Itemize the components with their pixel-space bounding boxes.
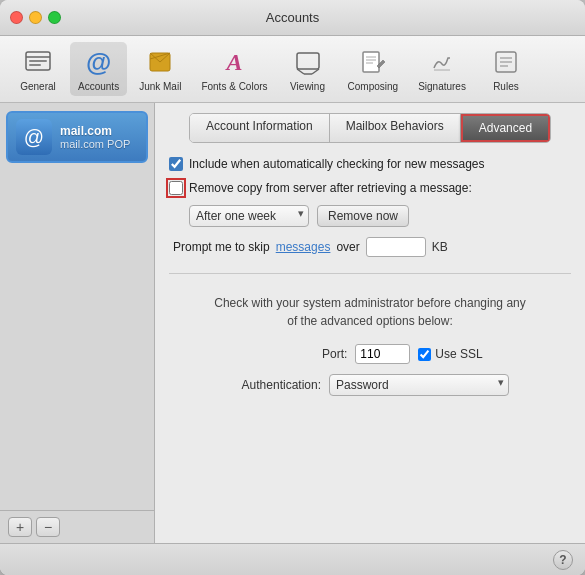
include-auto-check-label: Include when automatically checking for … [189, 157, 485, 171]
svg-rect-8 [297, 53, 319, 69]
tab-bar: Account Information Mailbox Behaviors Ad… [189, 113, 551, 143]
main-window: Accounts General @ Accounts [0, 0, 585, 575]
toolbar-junk-mail-label: Junk Mail [139, 81, 181, 92]
remove-account-button[interactable]: − [36, 517, 60, 537]
fonts-colors-icon: A [218, 46, 250, 78]
general-icon [22, 46, 54, 78]
toolbar-viewing-label: Viewing [290, 81, 325, 92]
composing-icon [357, 46, 389, 78]
auth-label: Authentication: [231, 378, 321, 392]
ssl-label: Use SSL [435, 347, 482, 361]
admin-notice: Check with your system administrator bef… [169, 290, 571, 334]
svg-rect-12 [363, 52, 379, 72]
svg-rect-2 [29, 60, 47, 62]
prompt-label: Prompt me to skip [173, 240, 270, 254]
admin-line2: of the advanced options below: [287, 314, 452, 328]
admin-line1: Check with your system administrator bef… [214, 296, 525, 310]
help-button[interactable]: ? [553, 550, 573, 570]
auth-select[interactable]: Password MD5 NTLM Kerberos [329, 374, 509, 396]
toolbar-fonts-colors[interactable]: A Fonts & Colors [193, 42, 275, 96]
toolbar-rules-label: Rules [493, 81, 519, 92]
remove-copy-checkbox[interactable] [169, 181, 183, 195]
toolbar-signatures-label: Signatures [418, 81, 466, 92]
advanced-form: Include when automatically checking for … [169, 157, 571, 396]
toolbar: General @ Accounts Junk Mail A Fonts & C… [0, 36, 585, 103]
after-select-wrapper: After one week After one day After one m… [189, 205, 309, 227]
remove-copy-row: Remove copy from server after retrieving… [169, 181, 571, 195]
account-name: mail.com [60, 124, 130, 138]
port-label: Port: [257, 347, 347, 361]
divider [169, 273, 571, 274]
content-panel: Account Information Mailbox Behaviors Ad… [155, 103, 585, 543]
toolbar-junk-mail[interactable]: Junk Mail [131, 42, 189, 96]
toolbar-general-label: General [20, 81, 56, 92]
port-input[interactable] [355, 344, 410, 364]
main-content: @ mail.com mail.com POP + − Account Info… [0, 103, 585, 543]
tab-account-information[interactable]: Account Information [190, 114, 330, 142]
port-row: Port: Use SSL [169, 344, 571, 364]
toolbar-signatures[interactable]: Signatures [410, 42, 474, 96]
minimize-button[interactable] [29, 11, 42, 24]
tab-mailbox-behaviors[interactable]: Mailbox Behaviors [330, 114, 461, 142]
auth-row: Authentication: Password MD5 NTLM Kerber… [169, 374, 571, 396]
close-button[interactable] [10, 11, 23, 24]
maximize-button[interactable] [48, 11, 61, 24]
prompt-kb-input[interactable] [366, 237, 426, 257]
toolbar-composing-label: Composing [348, 81, 399, 92]
signatures-icon [426, 46, 458, 78]
sidebar-items: @ mail.com mail.com POP [0, 103, 154, 510]
include-auto-check-checkbox[interactable] [169, 157, 183, 171]
prompt-skip-row: Prompt me to skip messages over KB [169, 237, 571, 257]
junk-mail-icon [144, 46, 176, 78]
remove-now-button[interactable]: Remove now [317, 205, 409, 227]
sidebar: @ mail.com mail.com POP + − [0, 103, 155, 543]
window-title: Accounts [266, 10, 319, 25]
remove-copy-label: Remove copy from server after retrieving… [189, 181, 472, 195]
titlebar: Accounts [0, 0, 585, 36]
ssl-row: Use SSL [418, 347, 482, 361]
add-account-button[interactable]: + [8, 517, 32, 537]
tab-advanced[interactable]: Advanced [461, 114, 550, 142]
sidebar-footer: + − [0, 510, 154, 543]
toolbar-rules[interactable]: Rules [478, 42, 534, 96]
remove-timing-row: After one week After one day After one m… [169, 205, 571, 227]
after-period-select[interactable]: After one week After one day After one m… [189, 205, 309, 227]
accounts-icon: @ [83, 46, 115, 78]
bottom-bar: ? [0, 543, 585, 575]
viewing-icon [292, 46, 324, 78]
rules-icon [490, 46, 522, 78]
toolbar-fonts-colors-label: Fonts & Colors [201, 81, 267, 92]
auth-select-wrapper: Password MD5 NTLM Kerberos [329, 374, 509, 396]
toolbar-accounts-label: Accounts [78, 81, 119, 92]
toolbar-general[interactable]: General [10, 42, 66, 96]
svg-rect-3 [29, 64, 41, 66]
account-info: mail.com mail.com POP [60, 124, 130, 150]
toolbar-accounts[interactable]: @ Accounts [70, 42, 127, 96]
prompt-link[interactable]: messages [276, 240, 331, 254]
ssl-checkbox[interactable] [418, 348, 431, 361]
account-icon: @ [16, 119, 52, 155]
toolbar-viewing[interactable]: Viewing [280, 42, 336, 96]
account-type: mail.com POP [60, 138, 130, 150]
include-auto-check-row: Include when automatically checking for … [169, 157, 571, 171]
account-item[interactable]: @ mail.com mail.com POP [6, 111, 148, 163]
prompt-suffix: over [336, 240, 359, 254]
traffic-lights [10, 11, 61, 24]
toolbar-composing[interactable]: Composing [340, 42, 407, 96]
prompt-kb-label: KB [432, 240, 448, 254]
